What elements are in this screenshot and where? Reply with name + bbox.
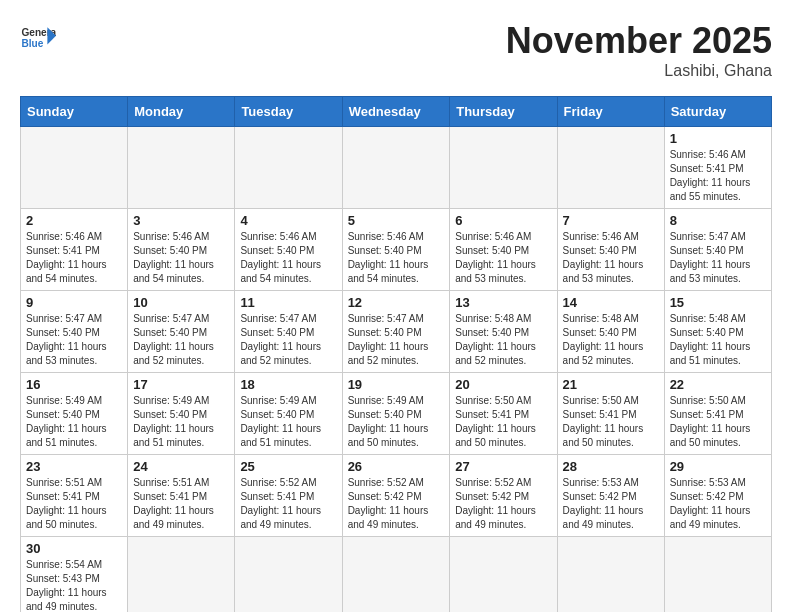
day-info: Sunrise: 5:51 AMSunset: 5:41 PMDaylight:… <box>26 476 122 532</box>
table-row: 11 Sunrise: 5:47 AMSunset: 5:40 PMDaylig… <box>235 291 342 373</box>
day-number: 30 <box>26 541 122 556</box>
empty-cell <box>235 537 342 613</box>
day-info: Sunrise: 5:47 AMSunset: 5:40 PMDaylight:… <box>348 312 445 368</box>
table-row: 13 Sunrise: 5:48 AMSunset: 5:40 PMDaylig… <box>450 291 557 373</box>
empty-cell <box>342 537 450 613</box>
day-number: 20 <box>455 377 551 392</box>
day-number: 1 <box>670 131 766 146</box>
table-row: 7 Sunrise: 5:46 AMSunset: 5:40 PMDayligh… <box>557 209 664 291</box>
table-row: 25 Sunrise: 5:52 AMSunset: 5:41 PMDaylig… <box>235 455 342 537</box>
day-number: 2 <box>26 213 122 228</box>
day-info: Sunrise: 5:46 AMSunset: 5:41 PMDaylight:… <box>26 230 122 286</box>
table-row: 30 Sunrise: 5:54 AMSunset: 5:43 PMDaylig… <box>21 537 128 613</box>
day-info: Sunrise: 5:50 AMSunset: 5:41 PMDaylight:… <box>455 394 551 450</box>
weekday-header-row: Sunday Monday Tuesday Wednesday Thursday… <box>21 97 772 127</box>
title-area: November 2025 Lashibi, Ghana <box>506 20 772 80</box>
header-sunday: Sunday <box>21 97 128 127</box>
day-info: Sunrise: 5:49 AMSunset: 5:40 PMDaylight:… <box>26 394 122 450</box>
day-number: 13 <box>455 295 551 310</box>
day-number: 15 <box>670 295 766 310</box>
day-info: Sunrise: 5:52 AMSunset: 5:42 PMDaylight:… <box>348 476 445 532</box>
day-number: 19 <box>348 377 445 392</box>
header-friday: Friday <box>557 97 664 127</box>
day-number: 24 <box>133 459 229 474</box>
empty-cell <box>450 127 557 209</box>
table-row: 26 Sunrise: 5:52 AMSunset: 5:42 PMDaylig… <box>342 455 450 537</box>
day-info: Sunrise: 5:48 AMSunset: 5:40 PMDaylight:… <box>455 312 551 368</box>
day-info: Sunrise: 5:53 AMSunset: 5:42 PMDaylight:… <box>670 476 766 532</box>
day-number: 23 <box>26 459 122 474</box>
day-number: 27 <box>455 459 551 474</box>
day-info: Sunrise: 5:54 AMSunset: 5:43 PMDaylight:… <box>26 558 122 612</box>
empty-cell <box>128 127 235 209</box>
day-number: 22 <box>670 377 766 392</box>
day-number: 10 <box>133 295 229 310</box>
table-row: 14 Sunrise: 5:48 AMSunset: 5:40 PMDaylig… <box>557 291 664 373</box>
day-info: Sunrise: 5:50 AMSunset: 5:41 PMDaylight:… <box>563 394 659 450</box>
day-number: 29 <box>670 459 766 474</box>
table-row: 28 Sunrise: 5:53 AMSunset: 5:42 PMDaylig… <box>557 455 664 537</box>
day-number: 6 <box>455 213 551 228</box>
day-info: Sunrise: 5:49 AMSunset: 5:40 PMDaylight:… <box>240 394 336 450</box>
table-row: 27 Sunrise: 5:52 AMSunset: 5:42 PMDaylig… <box>450 455 557 537</box>
table-row: 21 Sunrise: 5:50 AMSunset: 5:41 PMDaylig… <box>557 373 664 455</box>
day-number: 4 <box>240 213 336 228</box>
day-info: Sunrise: 5:46 AMSunset: 5:40 PMDaylight:… <box>348 230 445 286</box>
day-number: 11 <box>240 295 336 310</box>
day-info: Sunrise: 5:46 AMSunset: 5:40 PMDaylight:… <box>563 230 659 286</box>
day-number: 14 <box>563 295 659 310</box>
logo-icon: General Blue <box>20 20 56 56</box>
day-info: Sunrise: 5:52 AMSunset: 5:41 PMDaylight:… <box>240 476 336 532</box>
table-row: 16 Sunrise: 5:49 AMSunset: 5:40 PMDaylig… <box>21 373 128 455</box>
day-info: Sunrise: 5:52 AMSunset: 5:42 PMDaylight:… <box>455 476 551 532</box>
day-number: 25 <box>240 459 336 474</box>
table-row: 3 Sunrise: 5:46 AMSunset: 5:40 PMDayligh… <box>128 209 235 291</box>
table-row: 10 Sunrise: 5:47 AMSunset: 5:40 PMDaylig… <box>128 291 235 373</box>
day-info: Sunrise: 5:47 AMSunset: 5:40 PMDaylight:… <box>670 230 766 286</box>
svg-text:Blue: Blue <box>21 38 43 49</box>
empty-cell <box>557 127 664 209</box>
day-info: Sunrise: 5:47 AMSunset: 5:40 PMDaylight:… <box>240 312 336 368</box>
day-number: 9 <box>26 295 122 310</box>
table-row: 6 Sunrise: 5:46 AMSunset: 5:40 PMDayligh… <box>450 209 557 291</box>
table-row: 20 Sunrise: 5:50 AMSunset: 5:41 PMDaylig… <box>450 373 557 455</box>
day-info: Sunrise: 5:49 AMSunset: 5:40 PMDaylight:… <box>133 394 229 450</box>
empty-cell <box>235 127 342 209</box>
logo: General Blue <box>20 20 56 56</box>
day-info: Sunrise: 5:51 AMSunset: 5:41 PMDaylight:… <box>133 476 229 532</box>
day-info: Sunrise: 5:48 AMSunset: 5:40 PMDaylight:… <box>563 312 659 368</box>
header-thursday: Thursday <box>450 97 557 127</box>
table-row: 24 Sunrise: 5:51 AMSunset: 5:41 PMDaylig… <box>128 455 235 537</box>
day-info: Sunrise: 5:53 AMSunset: 5:42 PMDaylight:… <box>563 476 659 532</box>
table-row: 8 Sunrise: 5:47 AMSunset: 5:40 PMDayligh… <box>664 209 771 291</box>
table-row: 15 Sunrise: 5:48 AMSunset: 5:40 PMDaylig… <box>664 291 771 373</box>
day-number: 8 <box>670 213 766 228</box>
day-info: Sunrise: 5:46 AMSunset: 5:40 PMDaylight:… <box>455 230 551 286</box>
header-saturday: Saturday <box>664 97 771 127</box>
day-number: 3 <box>133 213 229 228</box>
empty-cell <box>128 537 235 613</box>
day-number: 26 <box>348 459 445 474</box>
table-row: 12 Sunrise: 5:47 AMSunset: 5:40 PMDaylig… <box>342 291 450 373</box>
location: Lashibi, Ghana <box>506 62 772 80</box>
day-number: 28 <box>563 459 659 474</box>
table-row: 1 Sunrise: 5:46 AMSunset: 5:41 PMDayligh… <box>664 127 771 209</box>
header-tuesday: Tuesday <box>235 97 342 127</box>
day-info: Sunrise: 5:46 AMSunset: 5:41 PMDaylight:… <box>670 148 766 204</box>
empty-cell <box>557 537 664 613</box>
day-info: Sunrise: 5:46 AMSunset: 5:40 PMDaylight:… <box>240 230 336 286</box>
day-number: 12 <box>348 295 445 310</box>
day-info: Sunrise: 5:46 AMSunset: 5:40 PMDaylight:… <box>133 230 229 286</box>
empty-cell <box>342 127 450 209</box>
day-info: Sunrise: 5:48 AMSunset: 5:40 PMDaylight:… <box>670 312 766 368</box>
day-number: 7 <box>563 213 659 228</box>
table-row: 18 Sunrise: 5:49 AMSunset: 5:40 PMDaylig… <box>235 373 342 455</box>
table-row: 29 Sunrise: 5:53 AMSunset: 5:42 PMDaylig… <box>664 455 771 537</box>
day-number: 21 <box>563 377 659 392</box>
day-number: 5 <box>348 213 445 228</box>
day-info: Sunrise: 5:47 AMSunset: 5:40 PMDaylight:… <box>133 312 229 368</box>
day-number: 17 <box>133 377 229 392</box>
table-row: 9 Sunrise: 5:47 AMSunset: 5:40 PMDayligh… <box>21 291 128 373</box>
table-row: 2 Sunrise: 5:46 AMSunset: 5:41 PMDayligh… <box>21 209 128 291</box>
month-title: November 2025 <box>506 20 772 62</box>
